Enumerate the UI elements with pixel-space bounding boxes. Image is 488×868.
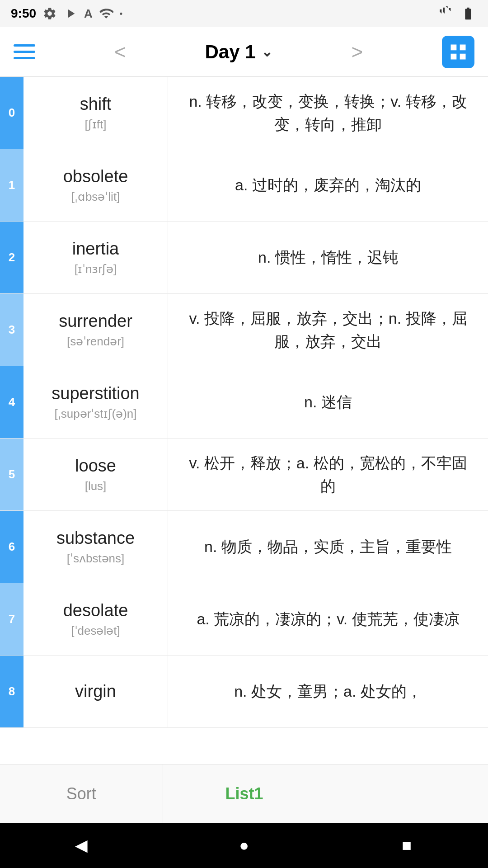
word-phonetic: [ʃɪft] [85,118,107,132]
grid-view-button[interactable] [442,36,474,68]
word-text: superstition [52,384,139,403]
word-phonetic: [ˈdesələt] [71,624,120,638]
status-right-icons [438,6,477,21]
table-row[interactable]: 6substance[ˈsʌbstəns]n. 物质，物品，实质，主旨，重要性 [0,511,488,583]
chevron-down-icon: ⌄ [261,44,272,60]
word-index: 2 [0,222,23,293]
a-icon: A [84,7,93,21]
signal-icon [438,6,455,21]
word-definition: n. 转移，改变，变换，转换；v. 转移，改变，转向，推卸 [168,77,488,149]
word-phonetic: [ˌsupərˈstɪʃ(ə)n] [54,407,136,421]
word-phonetic: [lus] [85,479,107,493]
word-phonetic: [ˈsʌbstəns] [67,552,125,566]
word-english: desolate[ˈdesələt] [23,583,168,655]
word-list: 0shift[ʃɪft]n. 转移，改变，变换，转换；v. 转移，改变，转向，推… [0,77,488,764]
word-english: superstition[ˌsupərˈstɪʃ(ə)n] [23,366,168,438]
home-button[interactable]: ● [230,832,258,859]
status-time: 9:50 [11,6,36,21]
table-row[interactable]: 0shift[ʃɪft]n. 转移，改变，变换，转换；v. 转移，改变，转向，推… [0,77,488,149]
word-text: shift [80,94,112,114]
word-definition: n. 处女，童男；a. 处女的， [168,656,488,727]
recent-button[interactable]: ■ [393,832,420,859]
word-phonetic: [ˌɑbsəˈlit] [71,190,120,204]
word-phonetic: [ɪˈnɜrʃə] [75,262,117,276]
word-text: desolate [63,601,128,620]
word-definition: a. 荒凉的，凄凉的；v. 使荒芜，使凄凉 [168,583,488,655]
word-text: inertia [72,239,119,259]
play-icon [63,6,78,21]
word-phonetic: [səˈrendər] [67,335,124,349]
table-row[interactable]: 2inertia[ɪˈnɜrʃə]n. 惯性，惰性，迟钝 [0,222,488,294]
word-index: 3 [0,294,23,366]
back-button[interactable]: ◀ [68,832,95,859]
word-english: virgin [23,656,168,727]
table-row[interactable]: 8virginn. 处女，童男；a. 处女的， [0,656,488,728]
word-index: 4 [0,366,23,438]
word-text: substance [56,528,135,548]
word-index: 7 [0,583,23,655]
word-definition: v. 投降，屈服，放弃，交出；n. 投降，屈服，放弃，交出 [168,294,488,366]
word-index: 5 [0,439,23,510]
list1-tab[interactable]: List1 [163,764,326,823]
word-index: 6 [0,511,23,583]
top-nav: < Day 1 ⌄ > [0,27,488,77]
nav-arrows: < [110,41,131,63]
word-index: 1 [0,149,23,221]
word-definition: a. 过时的，废弃的，淘汰的 [168,149,488,221]
prev-button[interactable]: < [110,41,131,63]
word-english: obsolete[ˌɑbsəˈlit] [23,149,168,221]
next-button[interactable]: > [347,41,367,63]
table-row[interactable]: 4superstition[ˌsupərˈstɪʃ(ə)n]n. 迷信 [0,366,488,439]
word-english: loose[lus] [23,439,168,510]
word-definition: v. 松开，释放；a. 松的，宽松的，不牢固的 [168,439,488,510]
word-english: surrender[səˈrendər] [23,294,168,366]
status-bar: 9:50 A • [0,0,488,27]
table-row[interactable]: 7desolate[ˈdesələt]a. 荒凉的，凄凉的；v. 使荒芜，使凄凉 [0,583,488,656]
wifi-icon [99,6,113,21]
word-index: 0 [0,77,23,149]
menu-button[interactable] [14,44,35,59]
word-index: 8 [0,656,23,727]
word-text: surrender [59,311,132,331]
table-row[interactable]: 5loose[lus]v. 松开，释放；a. 松的，宽松的，不牢固的 [0,439,488,511]
android-nav-bar: ◀ ● ■ [0,823,488,868]
sort-tab[interactable]: Sort [0,764,163,823]
word-english: substance[ˈsʌbstəns] [23,511,168,583]
settings-icon [42,6,57,21]
battery-icon [459,6,477,21]
word-text: obsolete [63,167,128,186]
word-english: shift[ʃɪft] [23,77,168,149]
table-row[interactable]: 1obsolete[ˌɑbsəˈlit]a. 过时的，废弃的，淘汰的 [0,149,488,222]
word-english: inertia[ɪˈnɜrʃə] [23,222,168,293]
table-row[interactable]: 3surrender[səˈrendər]v. 投降，屈服，放弃，交出；n. 投… [0,294,488,366]
word-definition: n. 迷信 [168,366,488,438]
word-text: virgin [75,682,116,701]
day-title[interactable]: Day 1 ⌄ [205,41,272,63]
dot-icon: • [120,9,122,19]
word-text: loose [75,456,116,476]
word-definition: n. 惯性，惰性，迟钝 [168,222,488,293]
tab-empty [325,764,488,823]
word-definition: n. 物质，物品，实质，主旨，重要性 [168,511,488,583]
bottom-tabs: Sort List1 [0,764,488,823]
